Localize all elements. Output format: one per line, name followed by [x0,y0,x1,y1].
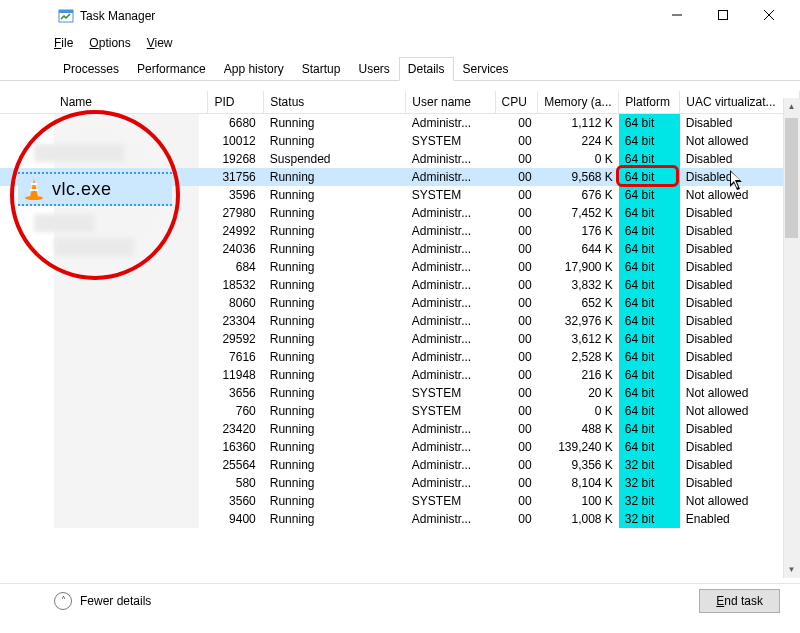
cell-user: Administr... [406,474,495,492]
table-row[interactable]: 7616RunningAdministr...002,528 K64 bitDi… [0,348,800,366]
table-row[interactable]: 760RunningSYSTEM000 K64 bitNot allowed [0,402,800,420]
table-row[interactable]: 6680RunningAdministr...001,112 K64 bitDi… [0,114,800,133]
cell-uac: Disabled [680,222,800,240]
cell-status: Running [264,348,406,366]
menu-view[interactable]: View [147,36,173,50]
cell-pid: 23304 [208,312,264,330]
cell-name [0,348,208,366]
cell-platform: 64 bit [619,420,680,438]
details-table[interactable]: Name PID Status User name CPU Memory (a.… [0,91,800,528]
table-row[interactable]: 9400RunningAdministr...001,008 K32 bitEn… [0,510,800,528]
tab-app-history[interactable]: App history [215,57,293,81]
cell-user: Administr... [406,240,495,258]
cell-memory: 7,452 K [538,204,619,222]
cell-platform: 64 bit [619,132,680,150]
cell-memory: 216 K [538,366,619,384]
scroll-thumb[interactable] [785,118,798,238]
tab-strip: Processes Performance App history Startu… [0,56,800,81]
header-status[interactable]: Status [264,91,406,114]
table-row[interactable]: 18532RunningAdministr...003,832 K64 bitD… [0,276,800,294]
table-row[interactable]: 24036RunningAdministr...00644 K64 bitDis… [0,240,800,258]
table-row[interactable]: 29592RunningAdministr...003,612 K64 bitD… [0,330,800,348]
cell-pid: 27980 [208,204,264,222]
table-row[interactable]: 10012RunningSYSTEM00224 K64 bitNot allow… [0,132,800,150]
menu-options[interactable]: Options [89,36,130,50]
table-row[interactable]: 25564RunningAdministr...009,356 K32 bitD… [0,456,800,474]
minimize-button[interactable] [654,0,700,30]
column-headers[interactable]: Name PID Status User name CPU Memory (a.… [0,91,800,114]
cell-cpu: 00 [495,240,538,258]
cell-name [0,132,208,150]
table-row[interactable]: 31756RunningAdministr...009,568 K64 bitD… [0,168,800,186]
cell-uac: Disabled [680,474,800,492]
table-row[interactable]: 3560RunningSYSTEM00100 K32 bitNot allowe… [0,492,800,510]
cell-user: Administr... [406,312,495,330]
cell-uac: Disabled [680,276,800,294]
cell-pid: 9400 [208,510,264,528]
tab-processes[interactable]: Processes [54,57,128,81]
cell-pid: 23420 [208,420,264,438]
tab-details[interactable]: Details [399,57,454,81]
end-task-button[interactable]: End task [699,589,780,613]
cell-cpu: 00 [495,348,538,366]
header-cpu[interactable]: CPU [495,91,538,114]
cell-cpu: 00 [495,366,538,384]
header-pid[interactable]: PID [208,91,264,114]
cell-name [0,312,208,330]
cell-user: Administr... [406,510,495,528]
cell-user: Administr... [406,366,495,384]
header-memory[interactable]: Memory (a... [538,91,619,114]
header-uac[interactable]: UAC virtualizat... [680,91,800,114]
cell-cpu: 00 [495,186,538,204]
header-platform[interactable]: Platform [619,91,680,114]
close-button[interactable] [746,0,792,30]
scroll-down-arrow-icon[interactable]: ▼ [783,561,800,578]
table-row[interactable]: 24992RunningAdministr...00176 K64 bitDis… [0,222,800,240]
cell-uac: Disabled [680,438,800,456]
fewer-details-label: Fewer details [80,594,151,608]
cell-memory: 17,900 K [538,258,619,276]
cell-cpu: 00 [495,384,538,402]
vertical-scrollbar[interactable]: ▲ ▼ [783,98,800,578]
cell-pid: 18532 [208,276,264,294]
fewer-details-toggle[interactable]: ˄ Fewer details [54,592,151,610]
tab-startup[interactable]: Startup [293,57,350,81]
cell-uac: Enabled [680,510,800,528]
table-row[interactable]: 19268SuspendedAdministr...000 K64 bitDis… [0,150,800,168]
cell-platform: 64 bit [619,312,680,330]
footer-bar: ˄ Fewer details End task [0,583,800,617]
cell-platform: 32 bit [619,456,680,474]
tab-services[interactable]: Services [454,57,518,81]
cell-status: Running [264,312,406,330]
maximize-button[interactable] [700,0,746,30]
cell-name [0,186,208,204]
svg-rect-3 [719,11,728,20]
tab-performance[interactable]: Performance [128,57,215,81]
table-row[interactable]: 580RunningAdministr...008,104 K32 bitDis… [0,474,800,492]
menu-file[interactable]: File [54,36,73,50]
table-row[interactable]: 23420RunningAdministr...00488 K64 bitDis… [0,420,800,438]
cell-memory: 9,356 K [538,456,619,474]
cell-user: SYSTEM [406,492,495,510]
cell-pid: 6680 [208,114,264,133]
header-user[interactable]: User name [406,91,495,114]
table-row[interactable]: 11948RunningAdministr...00216 K64 bitDis… [0,366,800,384]
table-row[interactable]: 23304RunningAdministr...0032,976 K64 bit… [0,312,800,330]
scroll-up-arrow-icon[interactable]: ▲ [783,98,800,115]
cell-status: Running [264,510,406,528]
table-row[interactable]: 3596RunningSYSTEM00676 K64 bitNot allowe… [0,186,800,204]
table-row[interactable]: 3656RunningSYSTEM0020 K64 bitNot allowed [0,384,800,402]
table-row[interactable]: 27980RunningAdministr...007,452 K64 bitD… [0,204,800,222]
cell-pid: 31756 [208,168,264,186]
cell-pid: 24992 [208,222,264,240]
header-name[interactable]: Name [0,91,208,114]
table-row[interactable]: 684RunningAdministr...0017,900 K64 bitDi… [0,258,800,276]
cell-pid: 29592 [208,330,264,348]
cell-cpu: 00 [495,204,538,222]
table-row[interactable]: 8060RunningAdministr...00652 K64 bitDisa… [0,294,800,312]
cell-pid: 24036 [208,240,264,258]
table-row[interactable]: 16360RunningAdministr...00139,240 K64 bi… [0,438,800,456]
cell-platform: 64 bit [619,186,680,204]
cell-user: SYSTEM [406,384,495,402]
tab-users[interactable]: Users [349,57,398,81]
